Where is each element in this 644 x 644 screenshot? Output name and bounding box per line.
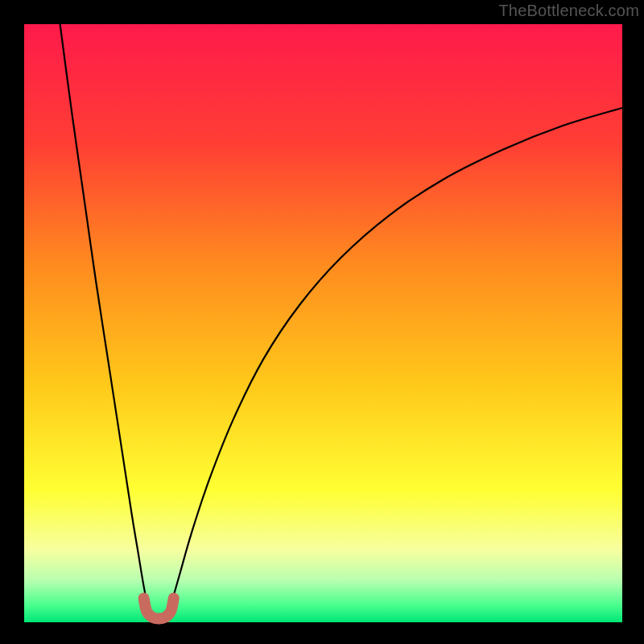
- bottleneck-chart: [0, 0, 644, 644]
- chart-frame: TheBottleneck.com: [0, 0, 644, 644]
- plot-background: [24, 24, 622, 622]
